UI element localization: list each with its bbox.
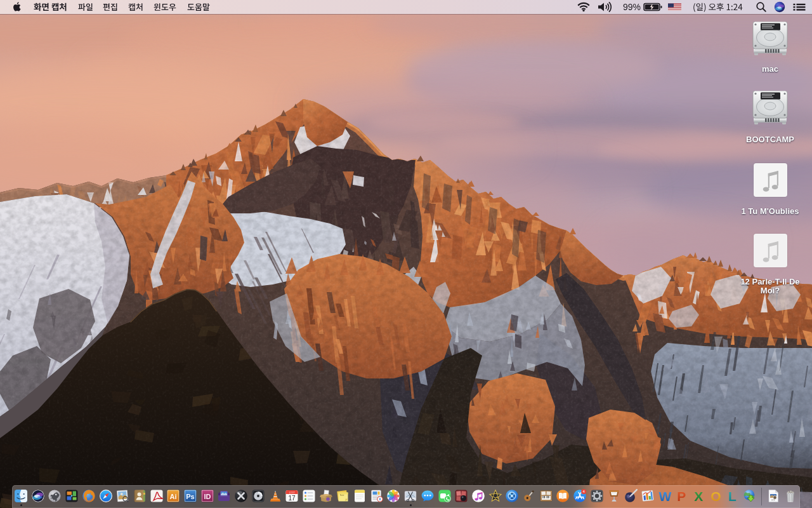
svg-text:Ai: Ai xyxy=(170,493,177,500)
svg-text:W: W xyxy=(658,489,671,503)
svg-text:X: X xyxy=(694,489,703,503)
svg-text:RTF: RTF xyxy=(772,499,776,502)
svg-text:O: O xyxy=(710,489,721,503)
svg-text:Note: Note xyxy=(340,494,344,497)
svg-text:ID: ID xyxy=(204,493,211,500)
svg-text:P: P xyxy=(678,489,686,503)
svg-text:L: L xyxy=(728,489,737,503)
svg-text:17: 17 xyxy=(289,495,296,502)
svg-text:Ps: Ps xyxy=(186,493,194,500)
svg-text:( 2 17: ( 2 17 xyxy=(289,491,295,494)
